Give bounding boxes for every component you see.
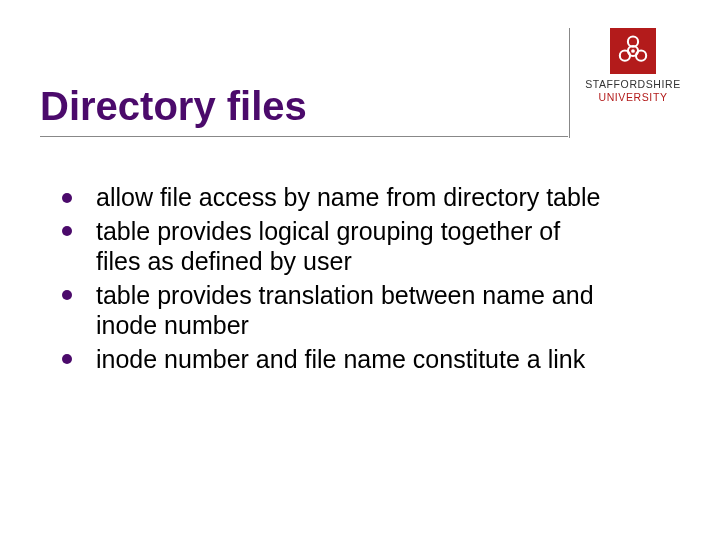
list-item: inode number and file name constitute a … (62, 344, 610, 375)
list-item: table provides logical grouping together… (62, 216, 610, 277)
title-underline (40, 136, 568, 137)
svg-point-3 (636, 51, 646, 61)
slide-title: Directory files (40, 84, 307, 129)
list-item: allow file access by name from directory… (62, 182, 610, 213)
university-logo: STAFFORDSHIRE UNIVERSITY (584, 28, 682, 104)
svg-point-4 (631, 49, 635, 53)
bullet-list: allow file access by name from directory… (62, 182, 610, 377)
logo-mark-icon (610, 28, 656, 74)
logo-line2: UNIVERSITY (584, 91, 682, 104)
header-divider (569, 28, 570, 138)
svg-point-2 (620, 51, 630, 61)
logo-line1: STAFFORDSHIRE (584, 78, 682, 91)
logo-text: STAFFORDSHIRE UNIVERSITY (584, 78, 682, 104)
list-item: table provides translation between name … (62, 280, 610, 341)
